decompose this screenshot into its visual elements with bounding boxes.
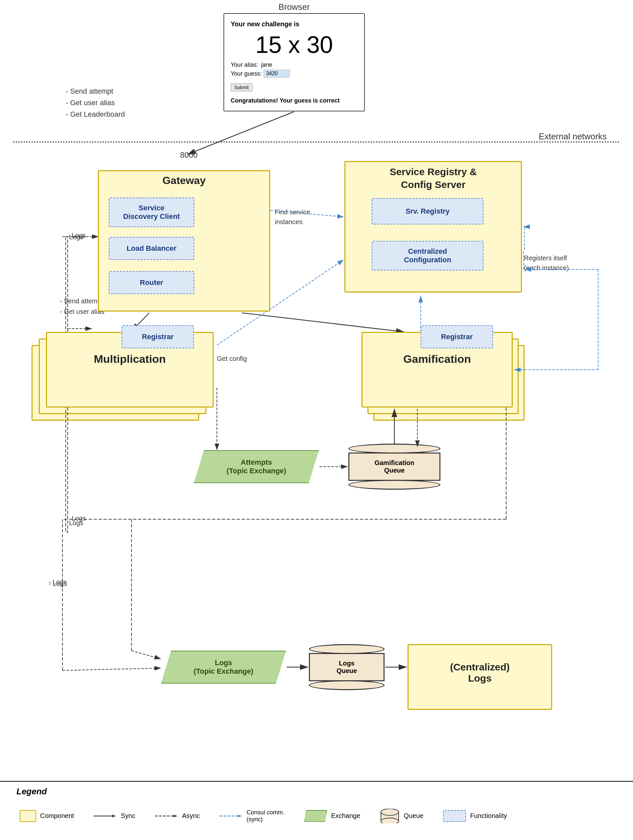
legend-functionality-label: Functionality: [470, 812, 507, 819]
legend-component-label: Component: [40, 812, 74, 819]
router: Router: [109, 271, 194, 294]
legend-functionality-icon: [443, 810, 466, 822]
legend-functionality: Functionality: [443, 810, 507, 822]
legend-sync-label: Sync: [121, 812, 135, 819]
diagram-container: Browser Your new challenge is 15 x 30 Yo…: [0, 0, 633, 840]
centralized-logs-title: (Centralized)Logs: [409, 645, 551, 686]
logs-label-gateway: Logs: [72, 232, 86, 239]
boundary-label: External networks: [539, 131, 607, 142]
logs-queue-bottom: [309, 680, 385, 690]
get-config-mult-label: Get config: [217, 355, 247, 363]
svg-line-20: [131, 651, 161, 659]
legend-items: Component Sync Async: [20, 809, 507, 823]
svg-line-2: [187, 112, 294, 155]
svg-marker-30: [112, 815, 116, 817]
legend-async-icon: [155, 812, 178, 820]
legend-consul: Consul comm. (sync): [219, 809, 284, 823]
browser-label: Browser: [278, 2, 309, 12]
logs-queue: LogsQueue: [309, 644, 385, 690]
legend-queue-icon: [380, 809, 399, 823]
legend-queue-label: Queue: [404, 812, 423, 819]
service-discovery-client: ServiceDiscovery Client: [109, 197, 194, 227]
gateway-box: Gateway ServiceDiscovery Client Load Bal…: [98, 170, 270, 311]
service-registry-box: Service Registry &Config Server Srv. Reg…: [344, 161, 522, 292]
legend-consul-label: Consul comm. (sync): [246, 809, 284, 823]
logs-label-below: Logs: [72, 515, 86, 522]
gateway-title: Gateway: [99, 171, 269, 189]
browser-success-text: Congratulations! Your guess is correct: [231, 97, 358, 104]
logs-queue-top: [309, 644, 385, 654]
logs-queue-body: LogsQueue: [309, 653, 385, 681]
gamification-queue-top: [348, 444, 440, 453]
registers-itself-label: Registers itself(each instance): [524, 253, 569, 273]
gamification-queue-bottom: [348, 480, 440, 489]
legend-sync-icon: [94, 812, 117, 820]
logs-exchange: Logs(Topic Exchange): [161, 651, 286, 684]
service-registry-title: Service Registry &Config Server: [346, 162, 521, 193]
legend-async-label: Async: [182, 812, 200, 819]
attempts-exchange: Attempts(Topic Exchange): [194, 450, 319, 483]
boundary-line: [13, 141, 620, 143]
centralized-configuration: CentralizedConfiguration: [372, 241, 483, 270]
logs-label-bottom: - Logs: [49, 578, 67, 589]
svg-point-36: [381, 809, 399, 815]
svg-point-37: [381, 818, 399, 823]
legend-exchange-label: Exchange: [331, 812, 360, 819]
browser-box: Browser Your new challenge is 15 x 30 Yo…: [224, 13, 365, 111]
gamification-queue: GamificationQueue: [348, 444, 440, 489]
gamification-registrar: Registrar: [421, 325, 493, 348]
browser-to-gateway-label: - Send attempt - Get user alias - Get Le…: [66, 85, 125, 120]
legend-sync: Sync: [94, 812, 135, 820]
find-service-instances-label: Find serviceinstances: [275, 207, 310, 227]
legend-component-icon: [20, 810, 36, 822]
load-balancer: Load Balancer: [109, 237, 194, 260]
svg-line-18: [62, 668, 161, 670]
svg-marker-34: [238, 815, 242, 817]
browser-alias-label: Your alias: jane: [231, 62, 358, 68]
legend-async: Async: [155, 812, 200, 820]
legend-consul-icon: [219, 812, 243, 820]
legend-component: Component: [20, 810, 74, 822]
submit-button[interactable]: Submit: [231, 84, 253, 92]
legend-exchange-icon: [304, 810, 327, 822]
legend-area: Legend Component Sync Asyn: [0, 781, 633, 840]
srv-registry: Srv. Registry: [372, 198, 483, 224]
svg-line-7: [242, 313, 404, 332]
centralized-logs-box: (Centralized)Logs: [407, 644, 552, 710]
port-label: 8000: [180, 150, 197, 160]
svg-marker-32: [174, 815, 177, 817]
legend-title: Legend: [16, 786, 47, 797]
browser-guess-label: Your guess: 3420: [231, 69, 358, 77]
browser-number: 15 x 30: [231, 31, 358, 58]
browser-challenge-text: Your new challenge is: [231, 21, 358, 28]
multiplication-registrar: Registrar: [122, 325, 194, 348]
browser-guess-input[interactable]: 3420: [264, 69, 290, 77]
gamification-queue-body: GamificationQueue: [348, 453, 440, 481]
legend-exchange: Exchange: [304, 810, 360, 822]
legend-queue: Queue: [380, 809, 423, 823]
